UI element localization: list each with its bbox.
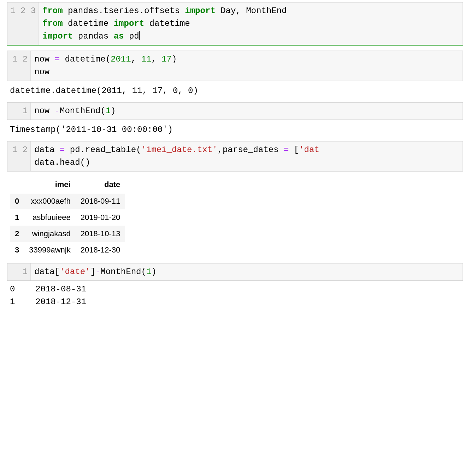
code-input[interactable]: 1 2 data = pd.read_table('imei_date.txt'…: [7, 141, 463, 172]
code-input[interactable]: 1 2 3 from pandas.tseries.offsets import…: [7, 2, 463, 46]
code-text[interactable]: now = datetime(2011, 11, 17) now: [31, 51, 463, 81]
code-cell: 1 2 now = datetime(2011, 11, 17) now dat…: [0, 51, 470, 97]
table-row: 0xxx000aefh2018-09-11: [10, 193, 125, 210]
table-row: 333999awnjk2018-12-30: [10, 242, 125, 258]
code-input[interactable]: 1 now -MonthEnd(1): [7, 102, 463, 120]
code-cell: 1 data['date']-MonthEnd(1) 0 2018-08-31 …: [0, 263, 470, 308]
series-output: 0 2018-08-31 1 2018-12-31: [10, 283, 470, 308]
line-gutter: 1 2 3: [7, 2, 39, 45]
table-row: 2wingjakasd2018-10-13: [10, 226, 125, 242]
table-cell: 33999awnjk: [24, 242, 75, 258]
cell-output: Timestamp('2011-10-31 00:00:00'): [0, 120, 470, 136]
line-gutter: 1: [7, 103, 31, 120]
line-gutter: 1 2: [7, 141, 31, 171]
table-cell: xxx000aefh: [24, 193, 75, 210]
code-input[interactable]: 1 data['date']-MonthEnd(1): [7, 263, 463, 281]
table-row: 1asbfuuieee2019-01-20: [10, 209, 125, 226]
code-cell: 1 now -MonthEnd(1) Timestamp('2011-10-31…: [0, 102, 470, 136]
row-index: 0: [10, 193, 24, 210]
table-cell: asbfuuieee: [24, 209, 75, 226]
row-index: 2: [10, 226, 24, 242]
col-header: date: [76, 176, 125, 193]
code-cell: 1 2 3 from pandas.tseries.offsets import…: [0, 2, 470, 46]
line-gutter: 1: [7, 263, 31, 280]
cell-output: datetime.datetime(2011, 11, 17, 0, 0): [0, 81, 470, 97]
dataframe-output: imei date 0xxx000aefh2018-09-111asbfuuie…: [10, 176, 125, 258]
table-cell: 2018-09-11: [76, 193, 125, 210]
table-header-row: imei date: [10, 176, 125, 193]
row-index: 3: [10, 242, 24, 258]
row-index: 1: [10, 209, 24, 226]
code-text[interactable]: from pandas.tseries.offsets import Day, …: [39, 2, 463, 45]
table-cell: 2018-12-30: [76, 242, 125, 258]
code-text[interactable]: data = pd.read_table('imei_date.txt',par…: [31, 141, 463, 171]
line-gutter: 1 2: [7, 51, 31, 81]
code-text[interactable]: data['date']-MonthEnd(1): [31, 263, 463, 280]
table-cell: wingjakasd: [24, 226, 75, 242]
table-cell: 2019-01-20: [76, 209, 125, 226]
code-cell: 1 2 data = pd.read_table('imei_date.txt'…: [0, 141, 470, 258]
code-text[interactable]: now -MonthEnd(1): [31, 103, 463, 120]
table-cell: 2018-10-13: [76, 226, 125, 242]
code-input[interactable]: 1 2 now = datetime(2011, 11, 17) now: [7, 51, 463, 81]
col-header: imei: [24, 176, 75, 193]
